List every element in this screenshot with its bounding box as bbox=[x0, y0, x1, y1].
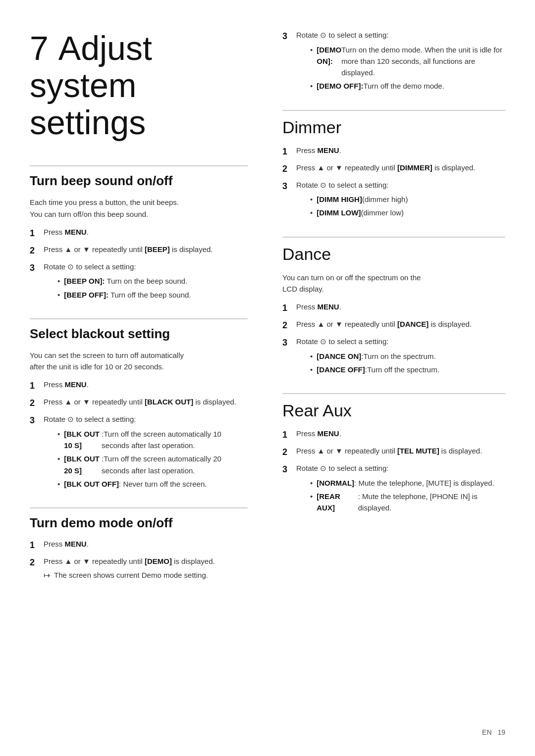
section-dance-desc: You can turn on or off the spectrum on t… bbox=[282, 272, 505, 295]
dimmer-bullet-2: [DIMM LOW] (dimmer low) bbox=[310, 207, 505, 218]
section-beep-title: Turn beep sound on/off bbox=[30, 165, 248, 189]
beep-step-3: 3 Rotate ⊙ to select a setting: [BEEP ON… bbox=[30, 261, 248, 303]
section-dimmer-title: Dimmer bbox=[282, 110, 505, 137]
demo-arrow: The screen shows current Demo mode setti… bbox=[44, 569, 248, 582]
blackout-bullet-3: [BLK OUT OFF] : Never turn off the scree… bbox=[57, 478, 248, 490]
dimmer-step-1: 1 Press MENU. bbox=[282, 145, 505, 158]
demo-continued-steps: 3 Rotate ⊙ to select a setting: [DEMO ON… bbox=[282, 30, 505, 95]
beep-step-2: 2 Press ▲ or ▼ repeatedly until [BEEP] i… bbox=[30, 244, 248, 257]
demo-bullet-1: [DEMO ON]: Turn on the demo mode. When t… bbox=[310, 44, 505, 79]
section-demo-title: Turn demo mode on/off bbox=[30, 507, 248, 531]
section-rear-aux-title: Rear Aux bbox=[282, 393, 505, 420]
dimmer-bullets: [DIMM HIGH] (dimmer high) [DIMM LOW] (di… bbox=[310, 194, 505, 219]
right-column: 3 Rotate ⊙ to select a setting: [DEMO ON… bbox=[277, 30, 505, 726]
dimmer-bullet-1: [DIMM HIGH] (dimmer high) bbox=[310, 194, 505, 205]
dance-bullets: [DANCE ON] :Turn on the spectrum. [DANCE… bbox=[310, 351, 505, 376]
dance-bullet-2: [DANCE OFF] :Turn off the spectrum. bbox=[310, 364, 505, 375]
rear-aux-bullet-2: [REAR AUX] : Mute the telephone, [PHONE … bbox=[310, 491, 505, 514]
dance-steps: 1 Press MENU. 2 Press ▲ or ▼ repeatedly … bbox=[282, 302, 505, 378]
rear-aux-steps: 1 Press MENU. 2 Press ▲ or ▼ repeatedly … bbox=[282, 428, 505, 516]
demo-step-1: 1 Press MENU. bbox=[30, 539, 248, 552]
section-dimmer: Dimmer 1 Press MENU. 2 Press ▲ or ▼ repe… bbox=[282, 110, 505, 222]
section-rear-aux: Rear Aux 1 Press MENU. 2 Press ▲ or ▼ re… bbox=[282, 393, 505, 516]
section-beep: Turn beep sound on/off Each time you pre… bbox=[30, 165, 248, 303]
chapter-title: 7Adjust system settings bbox=[30, 30, 248, 141]
beep-bullet-2: [BEEP OFF]: Turn off the beep sound. bbox=[57, 289, 248, 301]
dance-bullet-1: [DANCE ON] :Turn on the spectrum. bbox=[310, 351, 505, 362]
language-label: EN bbox=[482, 728, 491, 736]
beep-steps: 1 Press MENU. 2 Press ▲ or ▼ repeatedly … bbox=[30, 227, 248, 303]
section-beep-desc: Each time you press a button, the unit b… bbox=[30, 197, 248, 220]
dance-step-3: 3 Rotate ⊙ to select a setting: [DANCE O… bbox=[282, 336, 505, 378]
section-blackout-desc: You can set the screen to turn off autom… bbox=[30, 350, 248, 373]
left-column: 7Adjust system settings Turn beep sound … bbox=[30, 30, 258, 726]
dance-step-2: 2 Press ▲ or ▼ repeatedly until [DANCE] … bbox=[282, 319, 505, 332]
rear-aux-bullet-1: [NORMAL] : Mute the telephone, [MUTE] is… bbox=[310, 477, 505, 489]
demo-steps: 1 Press MENU. 2 Press ▲ or ▼ repeatedly … bbox=[30, 539, 248, 583]
dance-step-1: 1 Press MENU. bbox=[282, 302, 505, 315]
demo-bullet-2: [DEMO OFF]: Turn off the demo mode. bbox=[310, 80, 505, 92]
section-blackout: Select blackout setting You can set the … bbox=[30, 318, 248, 493]
beep-bullets: [BEEP ON]: Turn on the beep sound. [BEEP… bbox=[57, 275, 248, 301]
chapter-number: 7 bbox=[30, 29, 49, 67]
beep-bullet-1: [BEEP ON]: Turn on the beep sound. bbox=[57, 275, 248, 287]
dimmer-steps: 1 Press MENU. 2 Press ▲ or ▼ repeatedly … bbox=[282, 145, 505, 222]
section-dance: Dance You can turn on or off the spectru… bbox=[282, 237, 505, 379]
demo-step-3: 3 Rotate ⊙ to select a setting: [DEMO ON… bbox=[282, 30, 505, 95]
beep-step-1: 1 Press MENU. bbox=[30, 227, 248, 240]
page: 7Adjust system settings Turn beep sound … bbox=[0, 0, 535, 756]
rear-aux-step-3: 3 Rotate ⊙ to select a setting: [NORMAL]… bbox=[282, 463, 505, 516]
demo-continued: 3 Rotate ⊙ to select a setting: [DEMO ON… bbox=[282, 30, 505, 95]
blackout-step-3: 3 Rotate ⊙ to select a setting: [BLK OUT… bbox=[30, 414, 248, 493]
blackout-bullet-1: [BLK OUT 10 S] :Turn off the screen auto… bbox=[57, 428, 248, 452]
blackout-step-2: 2 Press ▲ or ▼ repeatedly until [BLACK O… bbox=[30, 397, 248, 410]
section-demo: Turn demo mode on/off 1 Press MENU. 2 Pr… bbox=[30, 507, 248, 583]
blackout-step-1: 1 Press MENU. bbox=[30, 379, 248, 393]
page-number: 19 bbox=[497, 728, 505, 736]
dimmer-step-2: 2 Press ▲ or ▼ repeatedly until [DIMMER]… bbox=[282, 162, 505, 176]
page-footer: EN 19 bbox=[482, 728, 505, 736]
blackout-steps: 1 Press MENU. 2 Press ▲ or ▼ repeatedly … bbox=[30, 379, 248, 493]
rear-aux-bullets: [NORMAL] : Mute the telephone, [MUTE] is… bbox=[310, 477, 505, 514]
demo-step-2: 2 Press ▲ or ▼ repeatedly until [DEMO] i… bbox=[30, 556, 248, 583]
dimmer-step-3: 3 Rotate ⊙ to select a setting: [DIMM HI… bbox=[282, 180, 505, 222]
demo-bullets: [DEMO ON]: Turn on the demo mode. When t… bbox=[310, 44, 505, 92]
rear-aux-step-2: 2 Press ▲ or ▼ repeatedly until [TEL MUT… bbox=[282, 446, 505, 459]
blackout-bullets: [BLK OUT 10 S] :Turn off the screen auto… bbox=[57, 428, 248, 490]
blackout-bullet-2: [BLK OUT 20 S] :Turn off the screen auto… bbox=[57, 453, 248, 476]
section-dance-title: Dance bbox=[282, 237, 505, 264]
section-blackout-title: Select blackout setting bbox=[30, 318, 248, 342]
rear-aux-step-1: 1 Press MENU. bbox=[282, 428, 505, 442]
